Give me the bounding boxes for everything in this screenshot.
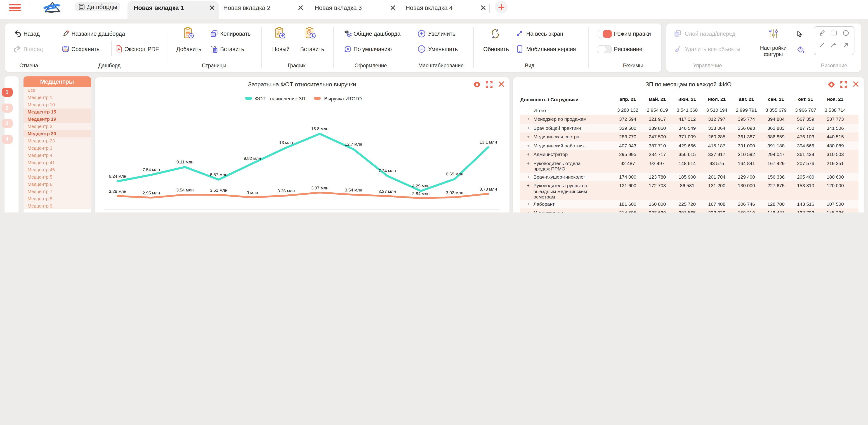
svg-text:3.54 млн: 3.54 млн — [176, 187, 194, 192]
svg-text:15.8 млн: 15.8 млн — [311, 126, 329, 131]
svg-text:3.97 млн: 3.97 млн — [311, 185, 329, 190]
svg-text:4.29 млн: 4.29 млн — [412, 183, 430, 188]
svg-text:6.69 млн: 6.69 млн — [446, 171, 463, 176]
svg-text:6.24 млн: 6.24 млн — [109, 174, 126, 178]
svg-text:9.82 млн: 9.82 млн — [244, 156, 261, 160]
svg-text:3 млн: 3 млн — [247, 190, 258, 195]
svg-text:9.11 млн: 9.11 млн — [176, 159, 193, 164]
svg-text:3.27 млн: 3.27 млн — [378, 189, 396, 193]
svg-text:2.95 млн: 2.95 млн — [143, 190, 160, 195]
svg-text:ФОТ - начисление ЗП: ФОТ - начисление ЗП — [255, 96, 305, 101]
svg-text:Выручка ИТОГО: Выручка ИТОГО — [324, 96, 362, 101]
svg-text:3.54 млн: 3.54 млн — [345, 187, 362, 192]
svg-text:3.73 млн: 3.73 млн — [480, 186, 497, 191]
svg-text:3.28 млн: 3.28 млн — [109, 189, 126, 193]
svg-text:13.1 млн: 13.1 млн — [480, 140, 497, 144]
svg-text:7.34 млн: 7.34 млн — [378, 168, 396, 173]
svg-text:2.84 млн: 2.84 млн — [412, 191, 430, 196]
svg-text:3.36 млн: 3.36 млн — [277, 188, 295, 193]
svg-text:7.54 млн: 7.54 млн — [143, 167, 160, 172]
svg-text:6.57 млн: 6.57 млн — [210, 172, 227, 177]
svg-text:13 млн: 13 млн — [279, 140, 293, 145]
svg-text:12.7 млн: 12.7 млн — [345, 142, 362, 146]
svg-text:3.51 млн: 3.51 млн — [210, 188, 227, 192]
svg-text:3.02 млн: 3.02 млн — [446, 190, 463, 195]
